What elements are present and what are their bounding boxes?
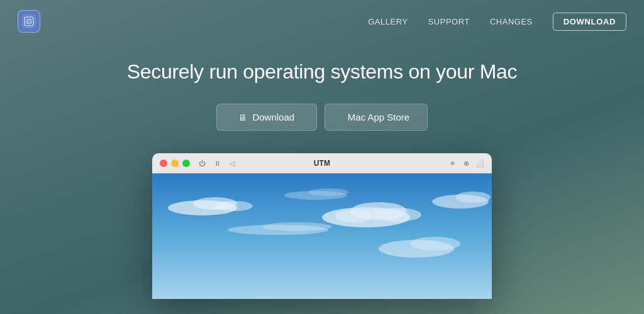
back-icon[interactable]: ◁ bbox=[228, 159, 236, 168]
app-window-wrap: ⏻ ⏸ ◁ UTM ✳ ⊕ ⬜ bbox=[152, 153, 492, 299]
hero-title: Securely run operating systems on your M… bbox=[127, 60, 518, 84]
nav-support[interactable]: SUPPORT bbox=[428, 17, 470, 26]
settings-icon[interactable]: ✳ bbox=[448, 159, 457, 168]
svg-rect-2 bbox=[26, 19, 31, 24]
svg-point-12 bbox=[455, 192, 491, 203]
mac-app-store-button[interactable]: Mac App Store bbox=[325, 104, 428, 131]
hero-section: Securely run operating systems on your M… bbox=[0, 43, 644, 299]
window-titlebar: ⏻ ⏸ ◁ UTM ✳ ⊕ ⬜ bbox=[152, 153, 492, 173]
download-button[interactable]: 🖥 Download bbox=[216, 104, 317, 131]
nav-download-button[interactable]: DOWNLOAD bbox=[553, 13, 626, 31]
mac-app-store-label: Mac App Store bbox=[348, 112, 409, 122]
hero-buttons: 🖥 Download Mac App Store bbox=[216, 104, 428, 131]
pause-icon[interactable]: ⏸ bbox=[213, 159, 221, 168]
svg-point-18 bbox=[308, 188, 348, 196]
navbar: GALLERY SUPPORT CHANGES DOWNLOAD bbox=[0, 0, 644, 43]
minimize-button[interactable] bbox=[171, 160, 179, 167]
svg-point-16 bbox=[410, 237, 460, 251]
svg-point-9 bbox=[374, 208, 421, 222]
download-label: Download bbox=[252, 112, 294, 122]
svg-point-14 bbox=[262, 222, 331, 231]
network-icon[interactable]: ⊕ bbox=[462, 159, 470, 168]
fullscreen-button[interactable] bbox=[182, 160, 190, 167]
expand-icon[interactable]: ⬜ bbox=[475, 159, 484, 168]
download-icon: 🖥 bbox=[238, 112, 247, 122]
app-logo[interactable] bbox=[18, 10, 40, 33]
window-right-icons: ✳ ⊕ ⬜ bbox=[448, 159, 484, 168]
traffic-lights bbox=[160, 160, 190, 167]
svg-point-10 bbox=[335, 210, 372, 222]
app-window: ⏻ ⏸ ◁ UTM ✳ ⊕ ⬜ bbox=[152, 153, 492, 299]
svg-point-6 bbox=[215, 201, 253, 211]
nav-links: GALLERY SUPPORT CHANGES DOWNLOAD bbox=[368, 13, 626, 31]
window-controls: ⏻ ⏸ ◁ bbox=[197, 159, 236, 168]
power-icon[interactable]: ⏻ bbox=[197, 159, 206, 168]
window-content bbox=[152, 173, 492, 299]
window-title: UTM bbox=[314, 159, 331, 168]
nav-changes[interactable]: CHANGES bbox=[490, 17, 533, 26]
nav-gallery[interactable]: GALLERY bbox=[368, 17, 408, 26]
close-button[interactable] bbox=[160, 160, 167, 167]
